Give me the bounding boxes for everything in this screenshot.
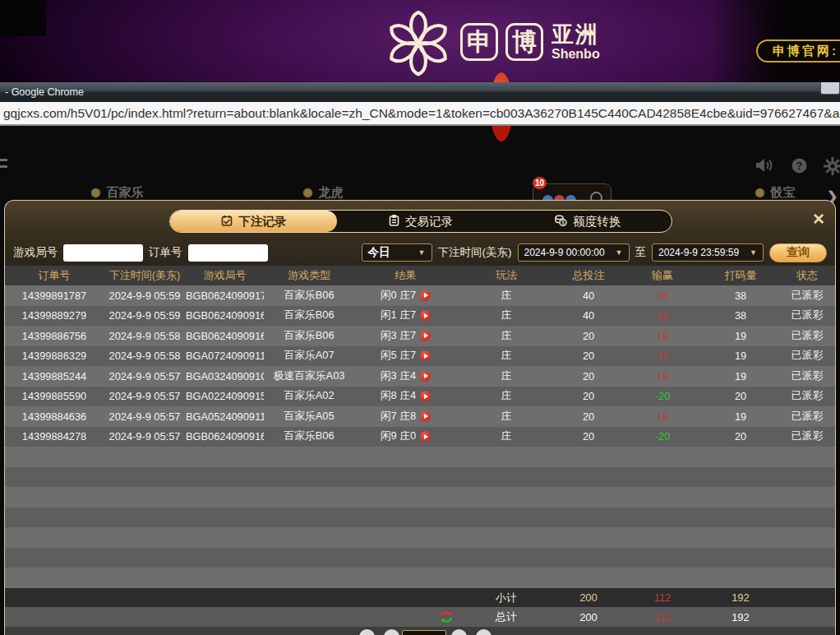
tab-bet-records[interactable]: 下注记录 — [170, 211, 337, 232]
result-cell: 闲3 庄4 — [354, 369, 457, 383]
column-header: 游戏局号 — [186, 268, 264, 283]
lobby-category[interactable]: ✺龙虎 — [302, 185, 344, 201]
browser-urlbar[interactable]: gqjcxs.com/h5V01/pc/index.html?return=ab… — [0, 102, 840, 126]
cell: 百家乐B06 — [264, 429, 354, 443]
tab-label: 交易记录 — [405, 214, 453, 229]
tab-label: 额度转换 — [573, 214, 621, 229]
brand-char-2: 博 — [505, 23, 543, 61]
chevron-down-icon: ▼ — [616, 248, 623, 257]
cell: 已派彩 — [778, 389, 836, 403]
replay-button[interactable] — [420, 310, 431, 321]
win-lose-cell: -20 — [621, 390, 704, 402]
flower-logo-icon — [385, 7, 452, 77]
cell: 2024-9-9 05:57 — [104, 410, 186, 423]
cell: 已派彩 — [778, 369, 836, 383]
cell: BGB0624090916E — [186, 330, 264, 342]
site-header: 申 博 亚洲 Shenbo 申博官网: — [0, 0, 840, 82]
window-control-button[interactable] — [820, 82, 840, 95]
date-from-select[interactable]: 2024-9-9 00:00:00 ▼ — [518, 243, 630, 262]
subtotal-row: 小计 200 112 192 — [5, 588, 835, 607]
notification-badge: 10 — [533, 177, 547, 189]
official-site-button[interactable]: 申博官网: — [756, 39, 840, 63]
close-icon[interactable]: × — [813, 209, 824, 229]
column-header: 打码量 — [704, 268, 778, 283]
pagination-page-input[interactable] — [402, 630, 446, 635]
table-row-empty — [5, 487, 835, 508]
total-turnover: 192 — [704, 611, 778, 623]
lobby-category[interactable]: ✺百家乐 — [90, 185, 144, 201]
tab-transaction-records[interactable]: 交易记录 — [337, 211, 504, 232]
replay-button[interactable] — [420, 290, 431, 301]
win-lose-cell: 19 — [621, 350, 704, 362]
win-lose-cell: 19 — [621, 330, 704, 342]
menu-icon[interactable] — [0, 159, 7, 168]
tab-credit-transfer[interactable]: $额度转换 — [505, 211, 672, 232]
refresh-icon[interactable] — [439, 610, 454, 623]
help-icon[interactable]: ? — [791, 157, 808, 174]
table-row: 143998892792024-9-9 05:59BGB0624090916F百… — [5, 306, 835, 327]
cell: 38 — [704, 290, 778, 302]
replay-button[interactable] — [420, 431, 431, 442]
total-row: 总计 200 112 192 — [5, 607, 835, 627]
table-row-empty — [5, 568, 835, 588]
cell: 20 — [556, 350, 621, 362]
cell: 14399884278 — [5, 430, 104, 443]
replay-button[interactable] — [420, 331, 431, 341]
speaker-icon[interactable] — [755, 157, 774, 174]
table-row: 143998852442024-9-9 05:57BGA032409091C3极… — [5, 366, 835, 387]
date-to-select[interactable]: 2024-9-9 23:59:59 ▼ — [652, 243, 764, 262]
cell: 14399885244 — [5, 370, 104, 382]
cell: BGB06240909170 — [186, 290, 264, 302]
win-lose-cell: 19 — [621, 370, 704, 382]
date-range-select[interactable]: 今日 ▼ — [362, 243, 432, 262]
total-bet: 200 — [556, 611, 621, 623]
cell: 已派彩 — [778, 329, 836, 343]
cell: 20 — [704, 430, 778, 443]
cell: 百家乐B06 — [264, 329, 354, 343]
result-cell: 闲8 庄4 — [354, 389, 457, 403]
cell: 已派彩 — [778, 429, 836, 443]
result-cell: 闲7 庄8 — [354, 410, 457, 424]
order-input[interactable] — [188, 244, 268, 262]
table-header: 订单号下注时间(美东)游戏局号游戏类型结果玩法总投注输赢打码量状态 — [5, 266, 835, 285]
replay-button[interactable] — [420, 371, 431, 382]
gear-icon[interactable] — [824, 157, 840, 175]
cell: 2024-9-9 05:57 — [104, 370, 186, 382]
brand-logo: 申 博 亚洲 Shenbo — [385, 7, 600, 77]
cell: BGB0624090916F — [186, 309, 264, 322]
cell: 百家乐A05 — [264, 410, 354, 424]
cell: 庄 — [457, 289, 556, 303]
cell: 2024-9-9 05:57 — [104, 390, 186, 402]
cell: 20 — [556, 390, 621, 402]
header-corner-dark — [0, 0, 46, 36]
cell: 20 — [556, 330, 621, 342]
browser-titlebar[interactable]: - Google Chrome — [0, 82, 840, 102]
search-button[interactable]: 查询 — [769, 243, 827, 262]
subtotal-bet: 200 — [556, 591, 621, 604]
table-row: 143998863292024-9-9 05:58BGA0724090911F百… — [5, 346, 835, 367]
to-label: 至 — [635, 245, 647, 260]
result-cell: 闲3 庄7 — [354, 329, 457, 343]
replay-button[interactable] — [420, 411, 431, 422]
cell: 2024-9-9 05:58 — [104, 330, 186, 342]
lobby-category[interactable]: ✺骰宝 — [755, 185, 796, 201]
cell: 40 — [556, 290, 621, 302]
cell: BGA02240909153 — [186, 390, 264, 402]
table-row-empty — [5, 447, 835, 467]
win-lose-cell: -20 — [621, 430, 704, 443]
column-header: 总投注 — [556, 268, 621, 283]
tab-icon — [221, 215, 233, 229]
modal-tabbar: 下注记录交易记录$额度转换 — [169, 210, 672, 233]
cell: BGA0724090911F — [186, 350, 264, 362]
game-round-input[interactable] — [63, 244, 143, 262]
cell: 百家乐A02 — [264, 389, 354, 403]
modal-header: 下注记录交易记录$额度转换 × 游戏局号 订单号 今日 ▼ 下注时间(美东) 2… — [5, 201, 835, 266]
cell: 2024-9-9 05:57 — [104, 430, 186, 443]
cell: 19 — [704, 330, 778, 342]
replay-button[interactable] — [420, 391, 431, 401]
cell: BGA032409091C3 — [186, 370, 264, 382]
column-header: 输赢 — [621, 268, 704, 283]
replay-button[interactable] — [420, 350, 431, 361]
result-cell: 闲5 庄7 — [354, 349, 457, 363]
cell: 14399891787 — [5, 290, 104, 302]
